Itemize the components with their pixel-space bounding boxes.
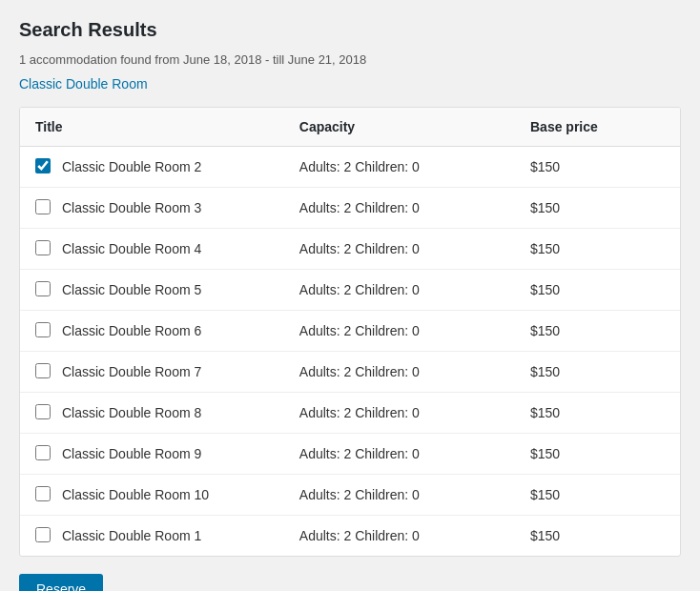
room-checkbox-wrapper: [35, 322, 52, 339]
table-row: Classic Double Room 7Adults: 2 Children:…: [20, 352, 680, 393]
room-capacity: Adults: 2 Children: 0: [284, 475, 515, 516]
room-checkbox-wrapper: [35, 199, 52, 216]
table-row: Classic Double Room 3Adults: 2 Children:…: [20, 188, 680, 229]
table-row: Classic Double Room 8Adults: 2 Children:…: [20, 393, 680, 434]
room-title-cell: Classic Double Room 8: [20, 393, 284, 434]
results-table-wrapper: Title Capacity Base price Classic Double…: [19, 107, 681, 557]
room-title-cell: Classic Double Room 5: [20, 270, 284, 311]
reserve-button[interactable]: Reserve: [19, 574, 103, 591]
room-checkbox-wrapper: [35, 404, 52, 421]
room-capacity: Adults: 2 Children: 0: [284, 270, 515, 311]
results-table: Title Capacity Base price Classic Double…: [20, 108, 680, 556]
room-title-cell: Classic Double Room 4: [20, 229, 284, 270]
room-checkbox[interactable]: [35, 199, 51, 214]
room-title-cell: Classic Double Room 3: [20, 188, 284, 229]
col-header-title: Title: [20, 108, 284, 147]
room-checkbox[interactable]: [35, 158, 51, 173]
room-capacity: Adults: 2 Children: 0: [284, 147, 515, 188]
room-title-cell: Classic Double Room 2: [20, 147, 284, 188]
room-checkbox[interactable]: [35, 404, 51, 419]
table-row: Classic Double Room 2Adults: 2 Children:…: [20, 147, 680, 188]
room-price: $150: [515, 229, 680, 270]
room-checkbox-wrapper: [35, 158, 52, 175]
room-capacity: Adults: 2 Children: 0: [284, 516, 515, 557]
search-summary: 1 accommodation found from June 18, 2018…: [19, 52, 681, 67]
room-checkbox-wrapper: [35, 363, 52, 380]
table-row: Classic Double Room 10Adults: 2 Children…: [20, 475, 680, 516]
room-price: $150: [515, 311, 680, 352]
room-name: Classic Double Room 10: [62, 487, 209, 502]
room-name: Classic Double Room 4: [62, 241, 201, 256]
room-price: $150: [515, 393, 680, 434]
room-checkbox[interactable]: [35, 486, 51, 501]
room-checkbox[interactable]: [35, 322, 51, 337]
room-checkbox-wrapper: [35, 527, 52, 544]
room-title-cell: Classic Double Room 9: [20, 434, 284, 475]
page-container: Search Results 1 accommodation found fro…: [19, 19, 681, 591]
table-header-row: Title Capacity Base price: [20, 108, 680, 147]
room-title-cell: Classic Double Room 6: [20, 311, 284, 352]
room-name: Classic Double Room 3: [62, 200, 201, 215]
table-row: Classic Double Room 6Adults: 2 Children:…: [20, 311, 680, 352]
col-header-capacity: Capacity: [284, 108, 515, 147]
room-name: Classic Double Room 1: [62, 528, 201, 543]
table-body: Classic Double Room 2Adults: 2 Children:…: [20, 147, 680, 557]
col-header-price: Base price: [515, 108, 680, 147]
room-title-cell: Classic Double Room 7: [20, 352, 284, 393]
page-title: Search Results: [19, 19, 681, 41]
table-row: Classic Double Room 1Adults: 2 Children:…: [20, 516, 680, 557]
room-capacity: Adults: 2 Children: 0: [284, 311, 515, 352]
room-checkbox[interactable]: [35, 281, 51, 296]
room-checkbox-wrapper: [35, 240, 52, 257]
room-name: Classic Double Room 2: [62, 159, 201, 174]
room-capacity: Adults: 2 Children: 0: [284, 434, 515, 475]
table-row: Classic Double Room 4Adults: 2 Children:…: [20, 229, 680, 270]
room-checkbox[interactable]: [35, 363, 51, 378]
room-price: $150: [515, 516, 680, 557]
room-price: $150: [515, 188, 680, 229]
room-capacity: Adults: 2 Children: 0: [284, 352, 515, 393]
room-price: $150: [515, 270, 680, 311]
room-name: Classic Double Room 5: [62, 282, 201, 297]
table-row: Classic Double Room 9Adults: 2 Children:…: [20, 434, 680, 475]
room-name: Classic Double Room 8: [62, 405, 201, 420]
room-name: Classic Double Room 6: [62, 323, 201, 338]
accommodation-link[interactable]: Classic Double Room: [19, 76, 148, 92]
room-name: Classic Double Room 9: [62, 446, 201, 461]
room-checkbox-wrapper: [35, 281, 52, 298]
room-price: $150: [515, 352, 680, 393]
room-checkbox[interactable]: [35, 445, 51, 460]
room-capacity: Adults: 2 Children: 0: [284, 393, 515, 434]
room-checkbox-wrapper: [35, 486, 52, 503]
room-checkbox[interactable]: [35, 527, 51, 542]
room-capacity: Adults: 2 Children: 0: [284, 188, 515, 229]
room-price: $150: [515, 475, 680, 516]
room-capacity: Adults: 2 Children: 0: [284, 229, 515, 270]
table-row: Classic Double Room 5Adults: 2 Children:…: [20, 270, 680, 311]
room-checkbox-wrapper: [35, 445, 52, 462]
room-title-cell: Classic Double Room 1: [20, 516, 284, 557]
room-name: Classic Double Room 7: [62, 364, 201, 379]
room-checkbox[interactable]: [35, 240, 51, 255]
room-price: $150: [515, 434, 680, 475]
room-price: $150: [515, 147, 680, 188]
room-title-cell: Classic Double Room 10: [20, 475, 284, 516]
